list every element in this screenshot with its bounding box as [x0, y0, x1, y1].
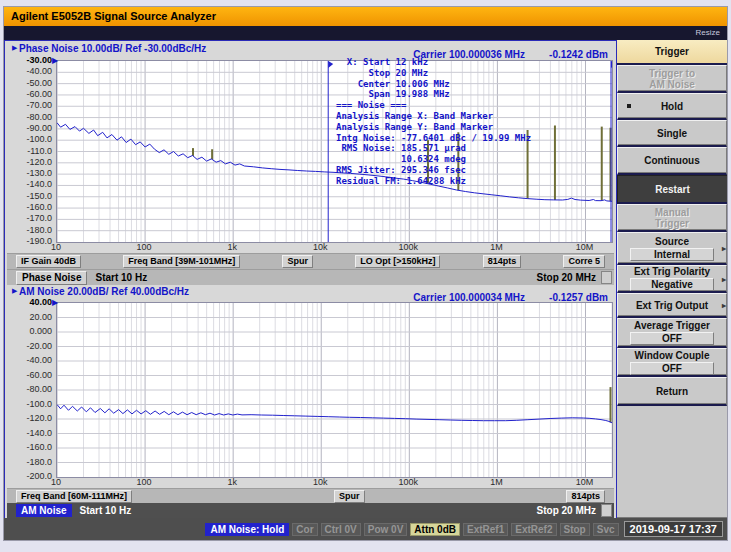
y-tick-label: -120.0	[6, 158, 52, 167]
submenu-arrow-icon: ▸	[722, 243, 726, 254]
x-tick-label: 100	[137, 478, 152, 487]
status-indicator-extref1: ExtRef1	[463, 523, 508, 536]
y-tick-label: -160.0	[6, 203, 52, 212]
y-tick-label: -40.00	[6, 67, 52, 76]
x-tick-label: 100k	[399, 243, 419, 252]
window-marker-icon: ▶	[12, 44, 17, 52]
am-noise-window-label[interactable]: AM Noise	[16, 504, 72, 517]
selected-bullet-icon	[627, 104, 631, 108]
y-tick-label: -170.0	[6, 214, 52, 223]
am-noise-trace	[57, 405, 612, 423]
y-tick-label: -200.0	[6, 472, 52, 481]
softkey-manual[interactable]: ManualTrigger	[617, 204, 727, 232]
band-marker-flag-icon	[611, 61, 612, 68]
setting-chip: LO Opt [>150kHz]	[355, 255, 440, 268]
softkey-return[interactable]: Return	[617, 377, 727, 406]
softkey-source[interactable]: SourceInternal▸	[617, 232, 727, 265]
softkey-label: Continuous	[644, 155, 700, 166]
y-tick-label: -140.0	[6, 180, 52, 189]
softkey-single[interactable]: Single	[617, 120, 727, 147]
y-tick-label: -80.00	[6, 113, 52, 122]
y-tick-label: -150.0	[6, 192, 52, 201]
softkey-trigger-to[interactable]: Trigger toAM Noise	[617, 65, 727, 93]
setting-chip: Freq Band [39M-101MHz]	[123, 255, 240, 268]
x-tick-label: 10k	[313, 243, 328, 252]
y-tick-label: -40.00	[6, 356, 52, 365]
phase-noise-carrier: Carrier 100.000036 MHz-0.1242 dBm	[413, 49, 608, 60]
softkey-label: Restart	[655, 184, 689, 195]
setting-chip: Freq Band [60M-111MHz]	[16, 490, 132, 503]
softkey-restart[interactable]: Restart	[617, 175, 727, 204]
y-tick-label: -20.00	[6, 342, 52, 351]
clock: 2019-09-17 17:37	[624, 521, 723, 537]
band-marker-flag-icon	[328, 61, 333, 68]
submenu-arrow-icon: ▸	[722, 300, 726, 311]
ref-level-marker-icon: ▶	[52, 57, 58, 65]
softkey-value: Internal	[630, 248, 714, 261]
y-tick-label: -140.0	[6, 429, 52, 438]
carrier-frequency: Carrier 100.000036 MHz	[413, 49, 525, 60]
y-tick-label: -180.0	[6, 458, 52, 467]
analyzer-window: Agilent E5052B Signal Source Analyzer Re…	[4, 7, 727, 540]
start-frequency-label: Start 10 Hz	[95, 272, 147, 283]
window-bar-handle[interactable]	[601, 504, 612, 517]
softkey-label: Return	[656, 386, 688, 397]
status-indicator-ctrl-0v: Ctrl 0V	[321, 523, 361, 536]
y-tick-label: -180.0	[6, 226, 52, 235]
am-noise-window-bar[interactable]: AM Noise Start 10 Hz Stop 20 MHz	[7, 503, 614, 518]
carrier-power: -0.1242 dBm	[549, 49, 608, 60]
y-tick-label: -160.0	[6, 443, 52, 452]
softkey-value: Negative	[630, 278, 714, 291]
softkey-hold[interactable]: Hold	[617, 93, 727, 120]
status-indicator-pow-0v: Pow 0V	[364, 523, 408, 536]
y-tick-label: -60.00	[6, 90, 52, 99]
softkey-label: Hold	[661, 101, 683, 112]
softkey-header-trigger[interactable]: Trigger	[617, 40, 727, 65]
window-bar-handle[interactable]	[601, 271, 612, 284]
menu-bar: Resize	[4, 26, 727, 40]
softkey-label: Trigger to	[649, 68, 695, 79]
graph-area: ▶ Phase Noise 10.00dB/ Ref -30.00dBc/Hz …	[4, 40, 617, 518]
phase-noise-window-bar[interactable]: Phase Noise Start 10 Hz Stop 20 MHz	[7, 270, 614, 285]
status-bar: AM Noise: HoldCorCtrl 0VPow 0VAttn 0dBEx…	[4, 517, 727, 540]
y-tick-label: -100.0	[6, 135, 52, 144]
softkey-ext-trig-polarity[interactable]: Ext Trig PolarityNegative▸	[617, 265, 727, 293]
x-tick-label: 10M	[576, 478, 594, 487]
phase-noise-window-label[interactable]: Phase Noise	[16, 271, 87, 285]
x-tick-label: 10k	[313, 478, 328, 487]
carrier-power: -0.1257 dBm	[549, 292, 608, 303]
softkey-label: Average Trigger	[634, 320, 710, 331]
setting-chip: Spur	[334, 490, 365, 503]
softkey-continuous[interactable]: Continuous	[617, 147, 727, 175]
y-tick-label: -190.0	[6, 237, 52, 246]
softkey-window-couple[interactable]: Window CoupleOFF	[617, 348, 727, 377]
y-tick-label: 20.00	[6, 313, 52, 322]
softkey-value: OFF	[630, 362, 714, 375]
status-indicator-svc: Svc	[593, 523, 619, 536]
softkey-ext-trig-output[interactable]: Ext Trig Output▸	[617, 293, 727, 318]
status-indicator-cor: Cor	[292, 523, 317, 536]
submenu-arrow-icon: ▸	[722, 273, 726, 284]
x-tick-label: 1k	[227, 243, 237, 252]
window-title: Agilent E5052B Signal Source Analyzer	[11, 10, 216, 22]
am-noise-carrier: Carrier 100.000034 MHz-0.1257 dBm	[413, 292, 608, 303]
x-tick-label: 1k	[227, 478, 237, 487]
softkey-label: Single	[657, 128, 687, 139]
resize-control[interactable]: Resize	[696, 28, 720, 37]
y-tick-label: 40.00	[6, 298, 52, 307]
status-indicator-am-noise-hold: AM Noise: Hold	[205, 523, 289, 536]
x-tick-label: 10	[51, 478, 61, 487]
x-tick-label: 1M	[490, 478, 503, 487]
am-noise-plot	[56, 302, 613, 478]
y-tick-label: -60.00	[6, 371, 52, 380]
y-tick-label: -90.00	[6, 124, 52, 133]
carrier-frequency: Carrier 100.000034 MHz	[413, 292, 525, 303]
setting-chip: 814pts	[566, 490, 605, 503]
setting-chip: 814pts	[483, 255, 522, 268]
status-indicator-stop: Stop	[560, 523, 590, 536]
y-tick-label: -120.0	[6, 414, 52, 423]
title-bar[interactable]: Agilent E5052B Signal Source Analyzer	[4, 7, 727, 26]
softkey-average-trigger[interactable]: Average TriggerOFF	[617, 318, 727, 348]
phase-noise-settings-row: IF Gain 40dBFreq Band [39M-101MHz]SpurLO…	[7, 253, 614, 270]
setting-chip: IF Gain 40dB	[16, 255, 81, 268]
